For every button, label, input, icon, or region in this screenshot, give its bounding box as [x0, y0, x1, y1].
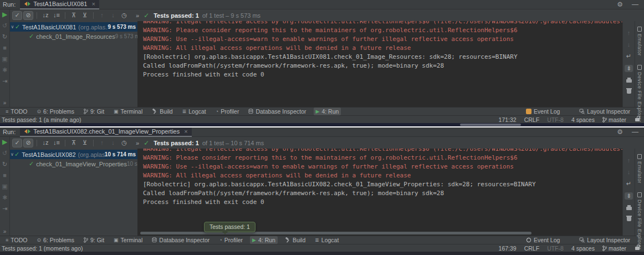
sort-by-duration-icon[interactable]: ↓≡	[52, 11, 62, 20]
test-tree-root-row[interactable]: ∨ ✓ TestA1BasicUIX082 (org.aplas.basica …	[10, 150, 137, 159]
layout-inspector-button[interactable]: Layout Inspector	[577, 236, 632, 244]
scroll-up-icon[interactable]: ↑	[627, 157, 631, 164]
event-log-button[interactable]: Event Log	[524, 236, 562, 244]
expand-all-icon[interactable]: ⊼	[69, 139, 79, 147]
hide-icon[interactable]: —	[632, 128, 638, 136]
scroll-up-icon[interactable]: ↑	[627, 30, 631, 36]
stop-icon[interactable]: ■	[3, 45, 7, 51]
toolwindow-profiler[interactable]: ◔ Profiler	[217, 236, 245, 244]
layout-inspector-button[interactable]: Layout Inspector	[577, 108, 632, 115]
run-tab[interactable]: TestA1BasicUIX081 ×	[20, 0, 99, 9]
caret-position[interactable]: 171:32	[499, 116, 517, 123]
toolwindow-terminal[interactable]: ▣ Terminal	[111, 108, 145, 115]
toolwindow-logcat[interactable]: ≣ Logcat	[180, 108, 208, 115]
screenshot-icon[interactable]: ▣	[2, 183, 7, 190]
test-tree-root-row[interactable]: ∨ ✓ TestA1BasicUIX081 (org.aplas.basica …	[10, 22, 137, 32]
toolwindow-logcat[interactable]: ≣ Logcat	[313, 236, 341, 244]
toolwindow-terminal[interactable]: ▣ Terminal	[111, 236, 145, 244]
scrollbar-thumb[interactable]	[460, 124, 521, 126]
sort-alphabetically-icon[interactable]: ↓z	[40, 11, 50, 20]
line-ending[interactable]: CRLF	[524, 245, 539, 252]
record-icon[interactable]: ✱	[2, 195, 7, 201]
import-results-icon[interactable]: ⇥	[2, 78, 7, 84]
show-passed-button[interactable]: ✓	[12, 139, 22, 147]
show-ignored-button[interactable]: ⊘	[23, 139, 33, 147]
rerun-failed-icon[interactable]: ↺	[2, 150, 7, 156]
previous-failed-icon[interactable]: ↑	[97, 139, 107, 147]
coverage-icon[interactable]: ↻	[2, 161, 7, 167]
toolwindow-run[interactable]: ▶ 4: Run	[314, 108, 341, 115]
sort-by-duration-icon[interactable]: ↓≡	[52, 139, 62, 147]
screenshot-icon[interactable]: ▣	[2, 56, 7, 62]
sort-alphabetically-icon[interactable]: ↓z	[40, 139, 50, 147]
git-branch-widget[interactable]: master	[602, 116, 626, 123]
scroll-to-end-icon[interactable]: ⇟	[625, 65, 633, 72]
line-ending[interactable]: CRLF	[524, 116, 539, 123]
horizontal-scrollbar[interactable]	[140, 232, 531, 234]
close-icon[interactable]: ×	[184, 128, 187, 135]
test-history-icon[interactable]: ◷	[119, 139, 129, 147]
test-tree-child-row[interactable]: ✓ check_01_Image_Resources 9 s 573 ms	[10, 32, 137, 41]
expand-all-icon[interactable]: ⊼	[69, 11, 79, 20]
soft-wrap-icon[interactable]: ↵	[626, 53, 631, 59]
chevron-down-icon[interactable]: ∨	[10, 24, 15, 29]
record-icon[interactable]: ✱	[2, 67, 7, 73]
toolwindow-emulator[interactable]: Emulator	[637, 154, 642, 183]
more-chevron-icon[interactable]: »	[136, 12, 139, 19]
toolwindow-database-inspector[interactable]: Database Inspector	[150, 236, 212, 244]
indent-setting[interactable]: 4 spaces	[571, 116, 595, 123]
toolwindow-build[interactable]: Build	[150, 108, 175, 115]
coverage-icon[interactable]: ↻	[2, 34, 7, 40]
toolwindow-profiler[interactable]: ◔ Profiler	[213, 108, 242, 115]
toolwindow-git[interactable]: 9: Git	[81, 236, 106, 244]
indent-setting[interactable]: 4 spaces	[571, 245, 595, 252]
print-icon[interactable]	[626, 79, 632, 83]
rerun-button[interactable]: ▶	[2, 11, 7, 18]
scroll-down-icon[interactable]: ↓	[627, 42, 631, 48]
soft-wrap-icon[interactable]: ↵	[626, 181, 631, 187]
toolwindow-git[interactable]: 9: Git	[81, 108, 106, 115]
toolwindow-problems[interactable]: ⊙ 6: Problems	[34, 108, 76, 115]
stop-icon[interactable]: ■	[3, 172, 7, 178]
test-history-icon[interactable]: ◷	[119, 11, 129, 20]
git-branch-widget[interactable]: master	[602, 245, 626, 252]
toolwindow-emulator[interactable]: Emulator	[637, 27, 642, 56]
lock-icon[interactable]	[635, 247, 640, 250]
scroll-to-end-icon[interactable]: ⇟	[625, 192, 633, 200]
gear-icon[interactable]: ⚙	[617, 128, 623, 136]
next-failed-icon[interactable]: ↓	[108, 139, 118, 147]
toolwindow-todo[interactable]: ≡ TODO	[3, 236, 29, 244]
toolwindow-problems[interactable]: ⊙ 6: Problems	[34, 236, 76, 244]
toolwindow-todo[interactable]: ≡ TODO	[3, 108, 29, 115]
file-encoding[interactable]: UTF-8	[547, 245, 564, 252]
previous-failed-icon[interactable]: ↑	[97, 11, 107, 20]
rerun-button[interactable]: ▶	[2, 139, 7, 145]
scroll-down-icon[interactable]: ↓	[627, 169, 631, 175]
collapse-all-icon[interactable]: ⊻	[80, 11, 90, 20]
more-chevron-icon[interactable]: »	[3, 100, 7, 106]
toolwindow-build[interactable]: Build	[283, 236, 308, 244]
clear-all-icon[interactable]	[627, 217, 631, 221]
next-failed-icon[interactable]: ↓	[108, 11, 118, 20]
chevron-down-icon[interactable]: ∨	[10, 152, 14, 157]
caret-position[interactable]: 167:39	[499, 245, 517, 252]
file-encoding[interactable]: UTF-8	[547, 116, 564, 123]
more-chevron-icon[interactable]: »	[3, 229, 7, 234]
more-chevron-icon[interactable]: »	[136, 140, 139, 146]
close-icon[interactable]: ×	[91, 1, 95, 7]
rerun-failed-icon[interactable]: ↺	[2, 23, 7, 29]
lock-icon[interactable]	[635, 118, 640, 121]
run-tab[interactable]: TestA1BasicUIX082.check_01_ImageView_Pro…	[20, 128, 191, 137]
clear-all-icon[interactable]	[627, 89, 631, 94]
import-results-icon[interactable]: ⇥	[2, 206, 7, 212]
gear-icon[interactable]: ⚙	[617, 1, 623, 8]
toolwindow-database-inspector[interactable]: Database Inspector	[246, 108, 308, 115]
collapse-all-icon[interactable]: ⊻	[80, 139, 90, 147]
test-tree-child-row[interactable]: ✓ check_01_ImageView_Properties 10 s 714…	[10, 159, 137, 169]
show-passed-button[interactable]: ✓	[12, 11, 22, 20]
print-icon[interactable]	[626, 207, 632, 210]
toolwindow-run[interactable]: ▶ 4: Run	[250, 236, 278, 244]
hide-icon[interactable]: —	[632, 1, 638, 8]
event-log-button[interactable]: Event Log	[524, 108, 562, 115]
show-ignored-button[interactable]: ⊘	[23, 11, 33, 20]
